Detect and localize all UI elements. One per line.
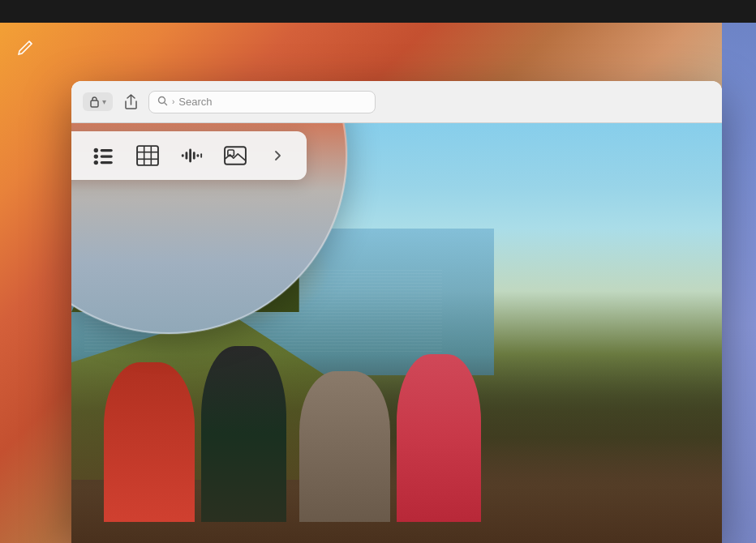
- svg-point-2: [94, 148, 98, 152]
- lock-button[interactable]: ▾: [83, 92, 113, 111]
- person-3: [299, 371, 390, 522]
- svg-rect-5: [101, 155, 113, 157]
- lock-chevron: ▾: [102, 97, 106, 106]
- search-chevron-icon: ›: [172, 97, 174, 106]
- safari-window: ▾ › Search: [71, 81, 722, 543]
- text-format-button[interactable]: Aa: [71, 143, 73, 169]
- svg-rect-8: [137, 146, 158, 165]
- magnify-toolbar: Aa: [71, 131, 307, 180]
- menubar: [0, 0, 756, 23]
- svg-rect-17: [197, 154, 200, 157]
- list-button[interactable]: [91, 143, 117, 169]
- person-1: [104, 362, 195, 522]
- share-button[interactable]: [119, 91, 142, 113]
- svg-rect-3: [101, 149, 113, 152]
- svg-rect-0: [91, 100, 98, 107]
- search-placeholder: Search: [178, 96, 367, 108]
- svg-rect-16: [193, 152, 195, 159]
- safari-toolbar: ▾ › Search: [71, 81, 722, 123]
- svg-point-6: [94, 160, 98, 165]
- audio-button[interactable]: [178, 143, 204, 169]
- media-button[interactable]: [222, 143, 248, 169]
- person-2: [201, 346, 286, 523]
- table-button[interactable]: [135, 143, 161, 169]
- right-accent-strip: [722, 0, 756, 543]
- search-icon: [157, 96, 168, 109]
- svg-point-1: [159, 96, 165, 103]
- search-bar[interactable]: › Search: [148, 91, 376, 113]
- more-button[interactable]: [266, 145, 290, 166]
- safari-content: Aa: [71, 123, 722, 543]
- edit-button[interactable]: [11, 32, 41, 62]
- svg-point-4: [94, 154, 98, 158]
- person-4: [397, 354, 481, 522]
- svg-rect-7: [101, 161, 113, 164]
- svg-rect-14: [186, 152, 188, 159]
- svg-rect-18: [200, 153, 202, 158]
- svg-rect-13: [182, 154, 184, 157]
- magnify-circle: Aa: [71, 123, 347, 334]
- svg-rect-15: [189, 149, 191, 163]
